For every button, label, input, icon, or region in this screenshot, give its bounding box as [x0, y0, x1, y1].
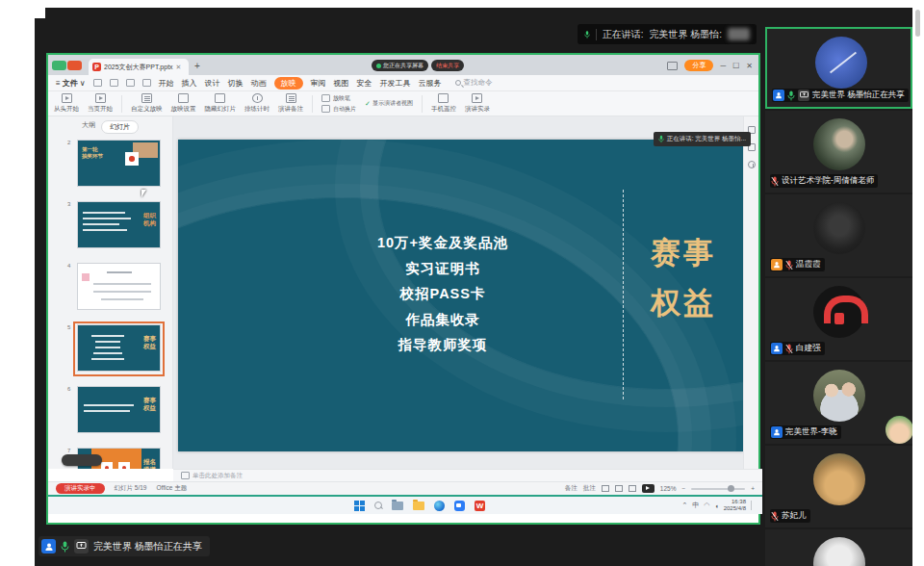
- taskbar-clock[interactable]: 16:38 2025/4/8: [724, 499, 746, 512]
- notes-bar[interactable]: 单击此处添加备注: [173, 469, 762, 481]
- close-button[interactable]: ✕: [746, 62, 753, 70]
- slide-bullet: 指导教师奖项: [322, 332, 563, 358]
- list-icon: [141, 93, 152, 103]
- ime-icon[interactable]: 中: [692, 501, 699, 510]
- presenter-view-checkbox[interactable]: ✓显示演讲者视图: [365, 99, 413, 108]
- minimize-button[interactable]: ─: [720, 62, 726, 70]
- maximize-button[interactable]: ☐: [732, 62, 739, 70]
- qr-code: [125, 152, 139, 166]
- folder-icon[interactable]: [413, 502, 424, 510]
- participant-tile[interactable]: 设计艺术学院-周倩倩老师: [765, 111, 912, 193]
- ribbon-button[interactable]: 手机遥控: [431, 93, 456, 114]
- menu-item-active[interactable]: 放映: [274, 77, 303, 90]
- network-icon[interactable]: ◠: [704, 502, 709, 509]
- close-tab-icon[interactable]: ✕: [176, 64, 182, 71]
- wps-docer-button[interactable]: [67, 61, 82, 70]
- ribbon-button[interactable]: 当页开始: [88, 93, 113, 114]
- ribbon-button[interactable]: 演讲实录: [465, 93, 490, 114]
- ribbon-small-item[interactable]: 自动换片: [321, 105, 356, 114]
- ribbon-button[interactable]: 排练计时: [244, 93, 270, 114]
- start-button[interactable]: [354, 501, 365, 511]
- menu-file[interactable]: ≡ 文件 ∨: [56, 78, 86, 89]
- redo-icon[interactable]: [142, 79, 151, 87]
- slide-thumbnail[interactable]: 赛事权益: [77, 386, 161, 433]
- slide-thumbnail[interactable]: [77, 263, 161, 310]
- ribbon-button[interactable]: 放映设置: [171, 93, 196, 114]
- slide-number: 7: [67, 448, 70, 453]
- slide-thumbnail[interactable]: 第一轮抽奖环节: [77, 140, 161, 187]
- record-badge[interactable]: 演讲实录中: [56, 483, 105, 494]
- participant-tile-partial[interactable]: [765, 529, 912, 566]
- edge-browser-icon[interactable]: [434, 501, 445, 511]
- new-tab-button[interactable]: +: [194, 61, 200, 71]
- avatar-photo: [813, 370, 865, 422]
- menu-item[interactable]: 云服务: [419, 78, 442, 89]
- menu-item[interactable]: 开发工具: [380, 78, 411, 89]
- slide-thumbnail[interactable]: 组织机构: [77, 201, 161, 248]
- meeting-app-icon[interactable]: [454, 501, 465, 511]
- slide-thumbnail-panel: 大纲 幻灯片 2 第一轮抽奖环节 3: [48, 116, 173, 469]
- share-document-button[interactable]: 分享: [684, 60, 713, 71]
- slideshow-play-button[interactable]: [642, 484, 654, 493]
- command-search[interactable]: 查找命令: [455, 78, 493, 88]
- stop-share-button[interactable]: 结束共享: [431, 60, 464, 71]
- menu-item[interactable]: 安全: [357, 78, 372, 89]
- slide-bullet-list: 10万+奖金及奖品池 实习证明书 校招PASS卡 作品集收录 指导教师奖项: [322, 230, 563, 358]
- print-icon[interactable]: [110, 79, 118, 87]
- notes-icon: [286, 93, 296, 103]
- tab-outline[interactable]: 大纲: [82, 120, 95, 134]
- slideshow-ribbon: 从头开始 当页开始 自定义放映 放映设置 隐藏幻灯片 排练计时 演讲备注 放映笔…: [48, 91, 758, 116]
- menu-item[interactable]: 设计: [205, 78, 220, 89]
- shared-screen-region: 您正在共享屏幕 结束共享 P 2025文创大赛PPT.pptx ✕ + 分享 ─…: [46, 53, 760, 525]
- participant-name: 温霞霞: [796, 259, 821, 270]
- menu-item[interactable]: 视图: [334, 78, 349, 89]
- ribbon-small-item[interactable]: 放映笔: [321, 94, 356, 103]
- participant-tile[interactable]: 白建强: [765, 278, 912, 360]
- save-icon[interactable]: [93, 79, 102, 87]
- ribbon-button[interactable]: 演讲备注: [278, 93, 303, 114]
- ribbon-button[interactable]: 隐藏幻灯片: [205, 93, 237, 114]
- system-tray: ⌃ 中 ◠ ◖ 16:38 2025/4/8: [681, 499, 762, 512]
- notification-corner[interactable]: [751, 501, 758, 510]
- volume-icon[interactable]: ◖: [714, 502, 718, 509]
- search-icon: [455, 80, 461, 86]
- menu-item[interactable]: 动画: [251, 78, 267, 89]
- menu-item[interactable]: 开始: [159, 78, 174, 89]
- taskbar-search-icon[interactable]: [374, 502, 382, 509]
- meeting-window: 正在讲话: 完美世界 杨墨怡: 您正在共享屏幕 结束共享 P 2025文创大赛P…: [35, 8, 912, 566]
- helper-icon[interactable]: [748, 161, 756, 168]
- zoom-out-button[interactable]: −: [681, 485, 685, 492]
- zoom-slider[interactable]: [691, 488, 745, 490]
- slide-thumbnail-selected[interactable]: 赛事权益: [77, 324, 161, 372]
- normal-view-icon[interactable]: [602, 485, 609, 492]
- tray-chevron-icon[interactable]: ⌃: [681, 502, 687, 509]
- wps-home-button[interactable]: [52, 61, 66, 70]
- zoom-in-button[interactable]: +: [751, 485, 755, 492]
- page-scrollbar[interactable]: [915, 10, 920, 37]
- interface-settings-icon[interactable]: [667, 62, 678, 70]
- reading-view-icon[interactable]: [629, 485, 636, 492]
- current-slide[interactable]: 10万+奖金及奖品池 实习证明书 校招PASS卡 作品集收录 指导教师奖项 赛事…: [178, 140, 743, 451]
- file-explorer-icon[interactable]: [392, 502, 403, 510]
- notes-toggle[interactable]: 备注: [565, 484, 578, 493]
- sorter-view-icon[interactable]: [615, 485, 623, 492]
- comments-toggle[interactable]: 批注: [583, 484, 596, 493]
- participant-tile[interactable]: 温霞霞: [765, 194, 912, 276]
- undo-icon[interactable]: [126, 79, 135, 87]
- participant-tile[interactable]: 苏妃儿: [765, 446, 912, 527]
- ribbon-button[interactable]: 自定义放映: [131, 93, 163, 114]
- participant-tile[interactable]: 完美世界 杨墨怡正在共享: [765, 27, 912, 109]
- zoom-level: 125%: [660, 485, 677, 492]
- menu-item[interactable]: 审阅: [311, 78, 326, 89]
- tab-slides[interactable]: 幻灯片: [101, 120, 139, 134]
- thumbnail-list: 2 第一轮抽奖环节 3 组织机构 4: [48, 138, 173, 469]
- share-dot-icon: [376, 64, 381, 68]
- participant-name: 完美世界 杨墨怡正在共享: [812, 90, 905, 101]
- ribbon-button[interactable]: 从头开始: [54, 93, 79, 114]
- window-corner-notch: [35, 8, 45, 18]
- menu-item[interactable]: 插入: [182, 78, 197, 89]
- wps-app-icon[interactable]: W: [475, 501, 485, 511]
- document-tab[interactable]: P 2025文创大赛PPT.pptx ✕: [89, 59, 189, 75]
- menu-item[interactable]: 切换: [228, 78, 244, 89]
- slide-number: 5: [67, 324, 70, 330]
